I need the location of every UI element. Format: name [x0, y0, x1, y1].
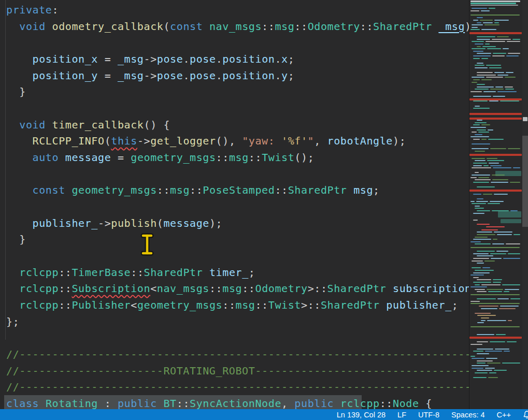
minimap-mark — [492, 175, 505, 176]
code-token: ; — [373, 184, 380, 196]
minimap-mark — [485, 351, 502, 352]
code-line-23[interactable]: //--------------------------------------… — [0, 379, 469, 395]
code-token: void — [19, 119, 46, 131]
code-line-5[interactable]: } — [0, 83, 26, 100]
code-token: :: — [216, 151, 229, 164]
code-line-12[interactable] — [0, 198, 6, 215]
minimap[interactable] — [469, 0, 523, 410]
code-token: public — [294, 397, 334, 409]
minimap-mark — [492, 55, 505, 56]
code-line-20[interactable] — [0, 329, 6, 346]
minimap-mark — [477, 22, 481, 23]
status-language[interactable]: C++ — [497, 411, 511, 419]
minimap-mark — [480, 20, 493, 21]
code-line-21[interactable]: //--------------------------------------… — [0, 346, 469, 363]
minimap-mark — [470, 1, 520, 2]
minimap-mark — [473, 377, 487, 378]
code-token: _msg — [439, 20, 465, 33]
minimap-mark — [477, 129, 486, 131]
code-line-8[interactable]: RCLCPP_INFO(this->get_logger(), "yaw: '%… — [0, 133, 406, 149]
minimap-mark — [477, 298, 496, 299]
code-line-10[interactable] — [0, 166, 6, 182]
minimap-mark — [478, 177, 490, 178]
minimap-mark — [508, 253, 520, 254]
code-token: }; — [6, 315, 19, 328]
code-token — [6, 20, 19, 33]
code-token — [6, 282, 19, 295]
code-token — [59, 151, 65, 164]
minimap-mark — [483, 194, 492, 195]
code-token: _msg — [118, 69, 144, 82]
code-line-17[interactable]: rclcpp::Subscription<nav_msgs::msg::Odom… — [0, 280, 469, 297]
minimap-mark — [489, 163, 500, 164]
minimap-mark — [475, 372, 488, 373]
code-line-19[interactable]: }; — [0, 313, 19, 330]
code-token: . — [183, 53, 190, 65]
minimap-mark — [482, 267, 490, 268]
code-token: position_y — [33, 69, 98, 82]
code-line-11[interactable]: const geometry_msgs::msg::PoseStamped::S… — [0, 182, 380, 198]
minimap-mark — [477, 86, 494, 88]
code-token — [386, 282, 393, 295]
minimap-mark — [481, 79, 492, 80]
minimap-mark — [473, 282, 491, 283]
code-token: -> — [98, 217, 111, 229]
status-line-col[interactable]: Ln 139, Col 28 — [337, 411, 386, 419]
minimap-mark — [484, 260, 495, 262]
code-token — [203, 266, 209, 279]
minimap-mark — [472, 267, 481, 268]
code-token: ) { — [465, 20, 469, 33]
minimap-mark — [472, 41, 484, 42]
code-token: publisher_ — [33, 217, 98, 229]
status-indentation[interactable]: Spaces: 4 — [451, 411, 485, 419]
minimap-mark — [505, 77, 516, 78]
code-line-2[interactable] — [0, 34, 6, 51]
code-line-9[interactable]: auto message = geometry_msgs::msg::Twist… — [0, 149, 314, 166]
bell-icon[interactable] — [523, 410, 528, 419]
code-token: publish — [111, 217, 157, 229]
code-token — [39, 397, 46, 409]
minimap-mark — [490, 253, 506, 254]
minimap-mark — [473, 51, 483, 52]
scrollbar-thumb[interactable] — [522, 136, 528, 227]
code-token: message — [163, 217, 209, 229]
status-eol[interactable]: LF — [397, 411, 406, 419]
code-line-4[interactable]: position_y = _msg->pose.pose.position.y; — [0, 67, 294, 84]
minimap-mark — [473, 213, 484, 214]
code-token: ); — [209, 217, 222, 229]
minimap-mark — [473, 277, 479, 278]
code-line-3[interactable]: position_x = _msg->pose.pose.position.x; — [0, 51, 294, 67]
code-token: :: — [177, 397, 190, 409]
scrollbar[interactable] — [522, 0, 528, 409]
code-line-24[interactable]: class Rotating : public BT::SyncActionNo… — [0, 395, 432, 409]
code-token: void — [19, 20, 46, 33]
code-line-6[interactable] — [0, 100, 6, 117]
code-token: { — [419, 397, 432, 409]
code-line-15[interactable] — [0, 248, 6, 264]
minimap-mark — [473, 165, 482, 166]
code-token: < — [150, 282, 157, 295]
code-line-16[interactable]: rclcpp::TimerBase::SharedPtr timer_; — [0, 264, 255, 281]
minimap-mark — [473, 258, 489, 259]
minimap-mark — [502, 284, 520, 285]
minimap-mark — [472, 48, 486, 49]
code-token: ; — [288, 53, 295, 65]
status-encoding[interactable]: UTF-8 — [418, 411, 439, 419]
code-line-13[interactable]: publisher_->publish(message); — [0, 215, 222, 231]
code-editor[interactable]: private: void odometry_callback(const na… — [0, 0, 469, 409]
code-token: odometry_callback — [52, 20, 164, 33]
code-line-22[interactable]: //----------------------ROTATING_ROBOT--… — [0, 363, 469, 379]
code-token: Rotating — [46, 397, 98, 409]
code-line-18[interactable]: rclcpp::Publisher<geometry_msgs::msg::Tw… — [0, 297, 458, 313]
code-line-1[interactable]: void odometry_callback(const nav_msgs::m… — [0, 18, 469, 35]
code-line-7[interactable]: void timer_callback() { — [0, 117, 170, 133]
code-line-0[interactable]: private: — [0, 2, 59, 18]
code-line-14[interactable]: } — [0, 231, 26, 248]
minimap-mark — [472, 358, 484, 359]
minimap-mark — [487, 160, 504, 161]
code-token: SharedPtr — [288, 184, 347, 196]
minimap-mark — [472, 365, 489, 366]
minimap-mark — [486, 358, 497, 359]
code-token: = — [98, 53, 118, 65]
minimap-mark — [477, 39, 490, 40]
